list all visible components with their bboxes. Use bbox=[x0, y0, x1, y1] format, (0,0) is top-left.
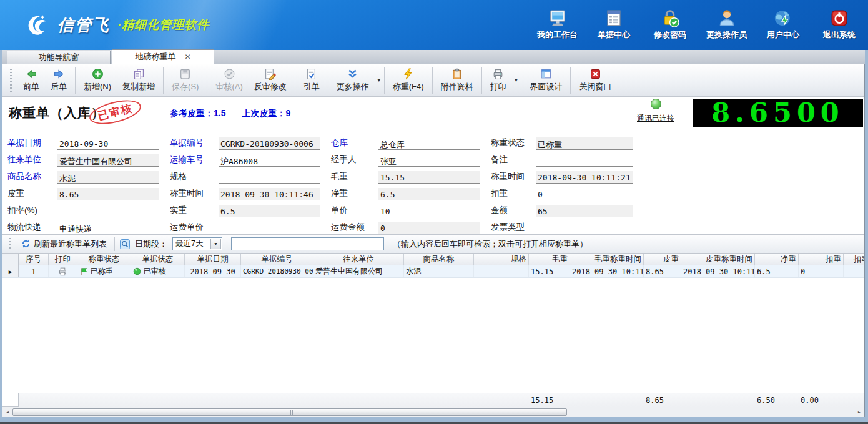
unit-price-field[interactable]: 10 bbox=[378, 205, 480, 217]
gross-time-field[interactable]: 2018-09-30 10:11:21 bbox=[536, 171, 633, 184]
col-header[interactable]: 单据状态 bbox=[131, 254, 185, 265]
row-indicator: ▶ bbox=[2, 265, 19, 277]
new-button[interactable]: 新增(N) bbox=[78, 66, 117, 94]
close-window-button[interactable]: 关闭窗口 bbox=[573, 66, 617, 94]
col-header[interactable]: 净重 bbox=[755, 254, 799, 265]
warehouse-field[interactable]: 总仓库 bbox=[378, 137, 480, 150]
actual-weight-field[interactable]: 6.5 bbox=[219, 205, 320, 217]
field-label: 扣重 bbox=[491, 188, 536, 200]
cell-print[interactable] bbox=[49, 265, 77, 277]
scroll-left-icon[interactable]: ◄ bbox=[2, 408, 12, 417]
pull-doc-button[interactable]: 引单 bbox=[298, 66, 325, 94]
close-window-icon bbox=[589, 68, 601, 80]
col-header[interactable]: 单据日期 bbox=[185, 254, 241, 265]
net-weight-field[interactable]: 6.5 bbox=[378, 188, 480, 200]
col-header[interactable]: 皮重称重时间 bbox=[681, 254, 755, 265]
change-password-button[interactable]: 修改密码 bbox=[650, 9, 690, 41]
weigh-status-field[interactable]: 已称重 bbox=[536, 137, 633, 150]
remark-field[interactable] bbox=[536, 154, 633, 167]
save-icon bbox=[179, 68, 191, 80]
horizontal-scrollbar[interactable]: ◄ ► bbox=[2, 407, 864, 417]
doc-center-button[interactable]: 单据中心 bbox=[594, 9, 634, 41]
deduct-rate-field[interactable] bbox=[57, 205, 159, 217]
switch-operator-button[interactable]: 更换操作员 bbox=[706, 9, 747, 41]
col-header[interactable]: 序号 bbox=[19, 254, 49, 265]
field-label: 净重 bbox=[331, 188, 378, 200]
copy-new-button[interactable]: 复制新增 bbox=[117, 66, 160, 94]
user-center-button[interactable]: 用户中心 bbox=[763, 9, 803, 41]
search-input[interactable] bbox=[231, 237, 384, 250]
col-header[interactable]: 往来单位 bbox=[313, 254, 404, 265]
product-field[interactable]: 水泥 bbox=[57, 171, 159, 184]
list-toolbar-grip[interactable] bbox=[9, 238, 11, 250]
spec-field[interactable] bbox=[219, 171, 320, 184]
col-header[interactable]: 皮重 bbox=[644, 254, 681, 265]
dropdown-arrow-icon[interactable]: ▼ bbox=[377, 77, 382, 83]
field-label: 称重时间 bbox=[170, 188, 219, 200]
doc-no-field[interactable]: CGRKD-20180930-0006 bbox=[219, 137, 320, 150]
tare-time-field[interactable]: 2018-09-30 10:11:46 bbox=[219, 188, 320, 200]
refresh-list-button[interactable]: 刷新最近称重单列表 bbox=[19, 237, 109, 251]
scrollbar-thumb[interactable] bbox=[12, 408, 567, 416]
exit-system-button[interactable]: 退出系统 bbox=[819, 9, 859, 41]
summary-indicator-cell bbox=[2, 393, 19, 407]
invoice-type-field[interactable] bbox=[536, 222, 633, 234]
tab-function-nav[interactable]: 功能导航窗 bbox=[7, 51, 111, 64]
doc-date-field[interactable]: 2018-09-30 bbox=[57, 137, 159, 150]
dropdown-arrow-icon[interactable]: ▼ bbox=[514, 77, 519, 83]
tab-weighbridge-order[interactable]: 地磅称重单 ✕ bbox=[112, 49, 214, 64]
cell-gross-time: 2018-09-30 10:11 bbox=[570, 265, 644, 277]
weigh-button[interactable]: 称重(F4) bbox=[387, 66, 430, 94]
workbench-button[interactable]: 我的工作台 bbox=[537, 9, 578, 41]
col-header[interactable]: 称重状态 bbox=[77, 254, 131, 265]
unaudit-button[interactable]: 反审修改 bbox=[249, 66, 292, 94]
col-header[interactable]: 规格 bbox=[474, 254, 529, 265]
table-row[interactable]: ▶ 1 已称重 已审核 2018-09-30 CGRKD-20180930-00… bbox=[2, 265, 864, 278]
next-doc-button[interactable]: 后单 bbox=[45, 66, 72, 94]
cell-net: 6.5 bbox=[755, 265, 799, 277]
lock-check-icon bbox=[661, 9, 679, 27]
toolbar-separator bbox=[432, 67, 433, 94]
date-range-select[interactable]: 最近7天 ▼ bbox=[172, 237, 222, 250]
comm-status[interactable]: 通讯已连接 bbox=[629, 99, 682, 124]
more-actions-button[interactable]: 更多操作 ▼ bbox=[331, 66, 382, 94]
tab-close-icon[interactable]: ✕ bbox=[184, 53, 190, 61]
green-dot-icon bbox=[133, 267, 141, 275]
logistics-field[interactable]: 申通快递 bbox=[57, 222, 159, 234]
col-header[interactable]: 商品名称 bbox=[404, 254, 474, 265]
field-label: 运费单价 bbox=[170, 222, 219, 234]
magnifier-icon bbox=[120, 239, 130, 249]
tare-field[interactable]: 8.65 bbox=[57, 188, 159, 200]
truck-no-field[interactable]: 沪A86008 bbox=[219, 154, 320, 167]
scroll-right-icon[interactable]: ► bbox=[854, 408, 864, 417]
green-flag-icon bbox=[79, 267, 88, 276]
toolbar-grip[interactable] bbox=[10, 69, 12, 92]
col-header[interactable]: 打印 bbox=[49, 254, 77, 265]
handler-field[interactable]: 张亚 bbox=[378, 154, 480, 167]
gross-weight-field[interactable]: 15.15 bbox=[378, 171, 480, 184]
freight-price-field[interactable] bbox=[219, 222, 320, 234]
print-button[interactable]: 打印 ▼ bbox=[485, 66, 519, 94]
cell-doc-no: CGRKD-20180930-0006 bbox=[241, 265, 313, 277]
col-header[interactable]: 毛重称重时间 bbox=[570, 254, 644, 265]
double-chevron-down-icon bbox=[347, 68, 358, 80]
col-header[interactable]: 扣率 bbox=[844, 254, 864, 265]
ui-design-button[interactable]: 界面设计 bbox=[524, 66, 568, 94]
attachments-button[interactable]: 附件资料 bbox=[435, 66, 479, 94]
deduct-weight-field[interactable]: 0 bbox=[536, 188, 633, 200]
field-label: 备注 bbox=[491, 154, 536, 167]
col-header[interactable]: 单据编号 bbox=[241, 254, 313, 265]
field-label: 单据编号 bbox=[170, 137, 219, 150]
prev-doc-button[interactable]: 前单 bbox=[17, 66, 45, 94]
field-label: 实重 bbox=[170, 205, 219, 217]
summary-row: 15.15 8.65 6.50 0.00 bbox=[2, 393, 864, 407]
combo-dropdown-icon[interactable]: ▼ bbox=[210, 239, 221, 249]
col-header[interactable]: 扣重 bbox=[799, 254, 844, 265]
field-label: 金额 bbox=[491, 205, 536, 217]
lightning-icon bbox=[402, 68, 414, 80]
tab-page: 前单 后单 新增(N) 复制新增 保存(S) 审 bbox=[2, 64, 865, 417]
partner-field[interactable]: 爱普生中国有限公司 bbox=[57, 154, 159, 167]
amount-field[interactable]: 65 bbox=[536, 205, 633, 217]
freight-amount-field[interactable]: 0 bbox=[378, 222, 480, 234]
col-header[interactable]: 毛重 bbox=[529, 254, 570, 265]
